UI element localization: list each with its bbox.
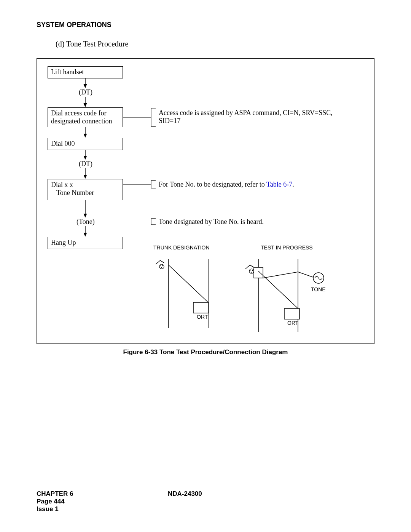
note-line2: SID=17: [159, 117, 180, 125]
svg-point-24: [160, 265, 161, 266]
flow-step-dial-000: Dial 000: [48, 138, 123, 150]
svg-point-33: [252, 270, 253, 271]
section-subheader: (d) Tone Test Procedure: [56, 40, 374, 48]
svg-point-23: [159, 264, 164, 269]
flow-step-text: Dial access code for designated connecti…: [51, 109, 112, 125]
svg-point-34: [251, 272, 252, 273]
dt-label-2: (DT): [79, 160, 92, 168]
flow-step-text: Lift handset: [51, 68, 84, 76]
note-suffix: .: [292, 181, 294, 188]
note-tone-no: For Tone No. to be designated, refer to …: [159, 181, 364, 189]
note-prefix: For Tone No. to be designated, refer to: [159, 181, 266, 188]
note-line1: Access code is assigned by ASPA command,…: [159, 109, 333, 117]
svg-line-39: [298, 272, 313, 277]
footer-page: Page 444: [37, 498, 374, 505]
svg-point-32: [250, 270, 250, 271]
figure-caption: Figure 6-33 Tone Test Procedure/Connecti…: [37, 348, 374, 356]
svg-line-27: [169, 265, 208, 302]
table-link[interactable]: Table 6-7: [266, 181, 292, 188]
dt-label-1: (DT): [79, 88, 92, 96]
tone-label: (Tone): [76, 218, 95, 226]
tone-small-label: TONE: [311, 286, 326, 292]
flow-step-dial-xx: Dial x x Tone Number: [48, 179, 123, 200]
svg-line-38: [263, 272, 298, 278]
footer-issue: Issue 1: [37, 505, 374, 513]
svg-rect-35: [254, 267, 263, 278]
svg-rect-28: [193, 302, 209, 313]
svg-point-31: [249, 269, 254, 273]
flow-step-line1: Dial x x: [51, 181, 73, 189]
ort-label-2: ORT: [287, 320, 298, 326]
flow-step-text: Dial 000: [51, 140, 75, 147]
flow-step-lift-handset: Lift handset: [48, 66, 123, 78]
flow-step-hang-up: Hang Up: [48, 237, 123, 249]
svg-point-25: [162, 265, 163, 266]
svg-point-26: [161, 267, 162, 268]
flow-step-dial-access: Dial access code for designated connecti…: [48, 107, 123, 127]
ort-label-1: ORT: [197, 314, 208, 320]
flow-step-text: Hang Up: [51, 239, 76, 246]
page-footer: CHAPTER 6 Page 444 Issue 1 NDA-24300: [37, 490, 374, 513]
diagram-svg: [37, 59, 374, 343]
note-access-code: Access code is assigned by ASPA command,…: [159, 109, 364, 125]
diagram-frame: Lift handset (DT) Dial access code for d…: [37, 58, 374, 344]
footer-docnum: NDA-24300: [168, 490, 202, 498]
note-tone-heard: Tone designated by Tone No. is heard.: [159, 218, 264, 226]
svg-line-37: [258, 271, 298, 308]
flow-step-line2: Tone Number: [56, 189, 94, 197]
page-header: SYSTEM OPERATIONS: [37, 21, 374, 29]
svg-rect-40: [284, 308, 299, 319]
footer-chapter: CHAPTER 6: [37, 490, 374, 498]
trunk-designation-label: TRUNK DESIGNATION: [153, 244, 210, 251]
test-in-progress-label: TEST IN PROGRESS: [261, 244, 313, 251]
